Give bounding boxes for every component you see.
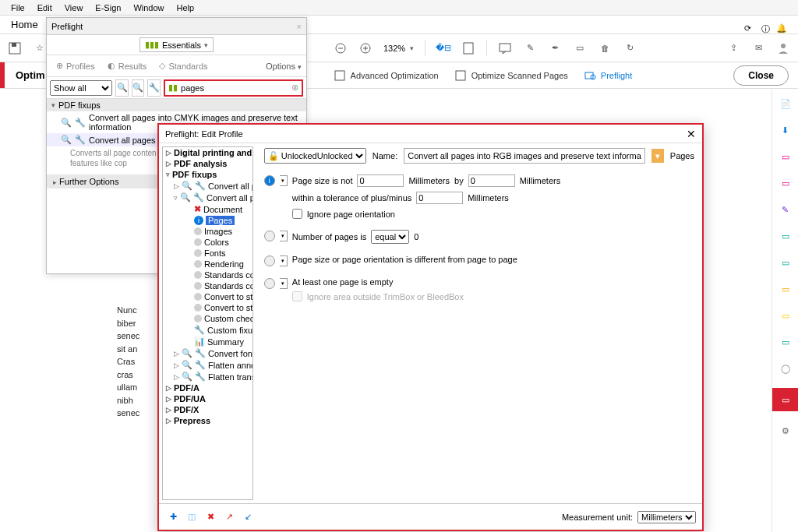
- tab-home[interactable]: Home: [0, 19, 49, 30]
- export-button[interactable]: ↗: [221, 509, 237, 525]
- bell-icon[interactable]: 🔔: [776, 23, 787, 33]
- filter-check-icon[interactable]: 🔍: [115, 79, 129, 97]
- rail-organize-icon[interactable]: ▭: [779, 229, 793, 243]
- stamp-icon[interactable]: ▭: [573, 41, 587, 55]
- highlight-icon[interactable]: ✎: [523, 41, 537, 55]
- tree-prepress[interactable]: ▷Prepress: [163, 415, 252, 426]
- sync-icon[interactable]: ⟳: [744, 23, 751, 33]
- tree-custom-fixups[interactable]: 🔧Custom fixups: [163, 324, 252, 336]
- tree-convert-fonts[interactable]: ▷🔍🔧Convert fonts to outlines: [163, 347, 252, 359]
- tree-flatten-ann[interactable]: ▷🔍🔧Flatten annotations and form fields: [163, 359, 252, 371]
- severity-info-icon[interactable]: i: [264, 175, 275, 186]
- clear-search-icon[interactable]: ⊗: [291, 83, 298, 93]
- menu-view[interactable]: View: [58, 3, 90, 12]
- tree-custom-checks[interactable]: Custom checks: [163, 313, 252, 324]
- close-button[interactable]: Close: [733, 65, 789, 86]
- scan-opt-button[interactable]: Optimize Scanned Pages: [454, 69, 568, 82]
- ignore-orientation-checkbox[interactable]: [292, 209, 302, 219]
- sign-icon[interactable]: ✒: [548, 41, 562, 55]
- show-filter[interactable]: Show all: [50, 80, 112, 96]
- tab-results[interactable]: ◐Results: [103, 58, 152, 73]
- comment-icon[interactable]: [498, 41, 512, 55]
- height-input[interactable]: [468, 174, 515, 187]
- rail-optimize-icon[interactable]: ▭: [772, 388, 799, 411]
- zoom-out-icon[interactable]: [334, 41, 348, 55]
- add-button[interactable]: ✚: [165, 509, 181, 525]
- ignore-trimbox-checkbox[interactable]: [292, 291, 302, 301]
- rail-comment-icon[interactable]: ▭: [779, 176, 793, 190]
- rail-redact-icon[interactable]: ▭: [779, 255, 793, 270]
- tree-rendering[interactable]: Rendering: [163, 259, 252, 270]
- rail-note-icon[interactable]: ▭: [779, 308, 793, 322]
- rail-sign-icon[interactable]: ✎: [779, 203, 793, 217]
- severity-dropdown[interactable]: ▾: [280, 255, 288, 266]
- tolerance-input[interactable]: [416, 192, 463, 204]
- rail-more-icon[interactable]: ⚙: [779, 424, 793, 438]
- mail-icon[interactable]: ✉: [751, 41, 765, 55]
- tree-convert-std[interactable]: Convert to standard: [163, 291, 252, 302]
- severity-radio[interactable]: [264, 255, 275, 266]
- group-header[interactable]: ▾PDF fixups: [47, 99, 306, 111]
- tree-document[interactable]: ✖Document: [163, 203, 252, 215]
- rail-edit-icon[interactable]: ▭: [779, 150, 793, 164]
- help-icon[interactable]: ⓘ: [761, 23, 770, 35]
- menu-help[interactable]: Help: [171, 3, 201, 12]
- tree-pdfx[interactable]: ▷PDF/X: [163, 404, 252, 415]
- tree-standards-emb[interactable]: Standards compliance for embedde: [163, 280, 252, 291]
- tree-fonts[interactable]: Fonts: [163, 248, 252, 259]
- import-button[interactable]: ↙: [240, 509, 256, 525]
- tree-flatten-trans[interactable]: ▷🔍🔧Flatten transparency (high resolutio: [163, 371, 252, 382]
- rail-shield-icon[interactable]: ◯: [779, 361, 793, 375]
- tree-colors[interactable]: Colors: [163, 237, 252, 248]
- tree-images[interactable]: Images: [163, 226, 252, 237]
- tree-standards[interactable]: Standards compliance: [163, 270, 252, 280]
- zoom-in-icon[interactable]: [358, 41, 373, 55]
- search-box[interactable]: ▮▮ ⊗: [164, 79, 303, 97]
- dialog-close-icon[interactable]: ✕: [687, 128, 696, 140]
- rail-export-icon[interactable]: ⬇: [779, 123, 793, 137]
- preflight-close-icon[interactable]: ×: [297, 22, 302, 31]
- warning-icon[interactable]: ▾: [651, 149, 664, 163]
- tab-standards[interactable]: ◇Standards: [154, 58, 212, 73]
- options-dropdown[interactable]: Options ▾: [266, 62, 302, 71]
- name-field[interactable]: Convert all pages into RGB images and pr…: [404, 148, 645, 164]
- menu-esign[interactable]: E-Sign: [89, 3, 127, 12]
- rail-protect-icon[interactable]: ▭: [779, 282, 793, 296]
- adv-opt-button[interactable]: Advanced Optimization: [334, 69, 439, 82]
- preflight-button[interactable]: Preflight: [584, 69, 632, 82]
- search-input[interactable]: [181, 83, 288, 93]
- filter-wrench-icon[interactable]: 🔧: [147, 79, 161, 97]
- share-icon[interactable]: ⇪: [726, 41, 740, 55]
- tree-convert-std-emb[interactable]: Convert to standard for embedded: [163, 302, 252, 313]
- duplicate-button[interactable]: ◫: [184, 509, 200, 525]
- fit-icon[interactable]: �⊟: [436, 41, 450, 55]
- severity-dropdown[interactable]: ▾: [280, 175, 288, 186]
- library-dropdown[interactable]: ▮▮▮Essentials▾: [139, 37, 214, 52]
- rail-compare-icon[interactable]: ▭: [779, 335, 793, 349]
- trash-icon[interactable]: 🗑: [598, 41, 612, 55]
- menu-file[interactable]: File: [5, 3, 31, 12]
- star-icon[interactable]: ☆: [33, 41, 47, 55]
- severity-dropdown[interactable]: ▾: [280, 231, 288, 241]
- tree-pages[interactable]: iPages: [163, 215, 252, 226]
- save-icon[interactable]: [8, 41, 22, 55]
- delete-button[interactable]: ✖: [203, 509, 218, 525]
- page-icon[interactable]: [461, 41, 475, 55]
- zoom-level[interactable]: 132% ▾: [383, 44, 414, 53]
- severity-radio[interactable]: [264, 231, 275, 241]
- filter-fix-icon[interactable]: 🔍: [132, 79, 145, 97]
- width-input[interactable]: [357, 174, 404, 187]
- profile-tree[interactable]: ▷Digital printing and online publishing …: [162, 146, 253, 500]
- account-icon[interactable]: [776, 41, 790, 55]
- rail-create-icon[interactable]: 📄: [779, 97, 793, 111]
- severity-radio[interactable]: [264, 278, 275, 289]
- tree-pdfa[interactable]: ▷PDF/A: [163, 382, 252, 393]
- rotate-icon[interactable]: ↻: [623, 41, 637, 55]
- tab-profiles[interactable]: ⊕Profiles: [51, 58, 100, 73]
- lock-dropdown[interactable]: 🔓 UnlockedUnlocked: [264, 148, 366, 164]
- compare-dropdown[interactable]: equal: [371, 230, 409, 244]
- menu-window[interactable]: Window: [127, 3, 170, 12]
- tree-pdfua[interactable]: ▷PDF/UA: [163, 393, 252, 404]
- severity-dropdown[interactable]: ▾: [280, 278, 288, 289]
- tree-summary[interactable]: 📊Summary: [163, 336, 252, 347]
